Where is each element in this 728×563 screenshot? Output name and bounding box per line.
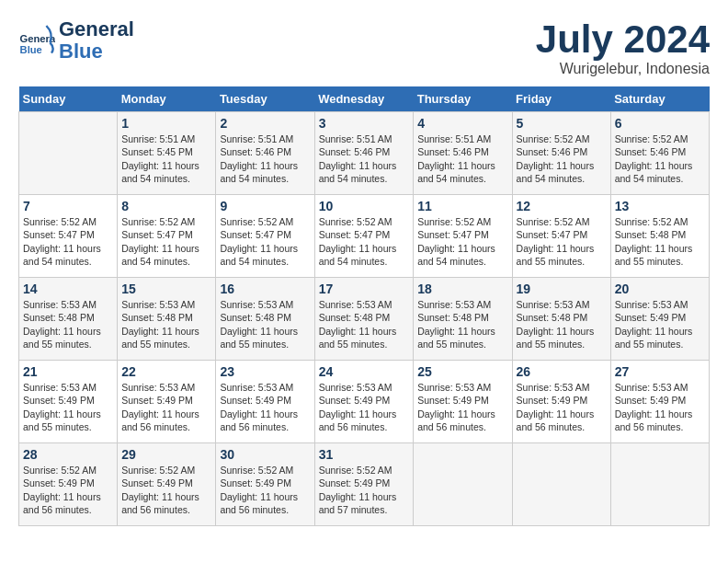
- calendar-cell: 19Sunrise: 5:53 AM Sunset: 5:48 PM Dayli…: [512, 278, 610, 361]
- calendar-cell: 31Sunrise: 5:52 AM Sunset: 5:49 PM Dayli…: [314, 443, 414, 526]
- month-title: July 2024: [536, 18, 710, 61]
- calendar-week-2: 7Sunrise: 5:52 AM Sunset: 5:47 PM Daylig…: [19, 195, 710, 278]
- weekday-header-thursday: Thursday: [414, 86, 512, 112]
- calendar-cell: 13Sunrise: 5:52 AM Sunset: 5:48 PM Dayli…: [610, 195, 709, 278]
- calendar-cell: 25Sunrise: 5:53 AM Sunset: 5:49 PM Dayli…: [414, 361, 512, 443]
- day-info: Sunrise: 5:53 AM Sunset: 5:49 PM Dayligh…: [121, 381, 211, 433]
- logo-text: General Blue: [59, 18, 134, 63]
- day-number: 21: [23, 364, 113, 379]
- day-info: Sunrise: 5:53 AM Sunset: 5:48 PM Dayligh…: [220, 298, 310, 350]
- day-info: Sunrise: 5:52 AM Sunset: 5:46 PM Dayligh…: [517, 132, 607, 185]
- day-number: 22: [121, 364, 211, 379]
- calendar-cell: 17Sunrise: 5:53 AM Sunset: 5:48 PM Dayli…: [314, 278, 414, 361]
- calendar-cell: 14Sunrise: 5:53 AM Sunset: 5:48 PM Dayli…: [19, 278, 118, 361]
- day-number: 19: [517, 282, 607, 296]
- day-number: 2: [220, 116, 310, 131]
- weekday-header-tuesday: Tuesday: [216, 86, 314, 112]
- day-number: 17: [319, 282, 410, 296]
- day-number: 7: [23, 199, 113, 213]
- day-number: 15: [121, 282, 211, 296]
- calendar-cell: 10Sunrise: 5:52 AM Sunset: 5:47 PM Dayli…: [314, 195, 414, 278]
- day-info: Sunrise: 5:53 AM Sunset: 5:49 PM Dayligh…: [615, 381, 705, 433]
- calendar-cell: 4Sunrise: 5:51 AM Sunset: 5:46 PM Daylig…: [414, 112, 512, 195]
- day-info: Sunrise: 5:53 AM Sunset: 5:49 PM Dayligh…: [319, 381, 410, 433]
- day-number: 10: [319, 199, 410, 213]
- day-number: 18: [417, 282, 507, 296]
- day-number: 14: [23, 282, 113, 296]
- calendar-cell: 21Sunrise: 5:53 AM Sunset: 5:49 PM Dayli…: [19, 361, 118, 443]
- calendar-cell: 3Sunrise: 5:51 AM Sunset: 5:46 PM Daylig…: [314, 112, 414, 195]
- day-info: Sunrise: 5:52 AM Sunset: 5:47 PM Dayligh…: [517, 215, 607, 268]
- calendar-table: SundayMondayTuesdayWednesdayThursdayFrid…: [18, 86, 710, 526]
- day-number: 24: [319, 364, 410, 379]
- logo-line1: General: [59, 18, 134, 40]
- day-info: Sunrise: 5:53 AM Sunset: 5:49 PM Dayligh…: [220, 381, 310, 433]
- day-info: Sunrise: 5:53 AM Sunset: 5:48 PM Dayligh…: [417, 298, 507, 350]
- location-title: Wurigelebur, Indonesia: [536, 61, 710, 77]
- weekday-header-monday: Monday: [118, 86, 216, 112]
- calendar-cell: 12Sunrise: 5:52 AM Sunset: 5:47 PM Dayli…: [512, 195, 610, 278]
- calendar-cell: 23Sunrise: 5:53 AM Sunset: 5:49 PM Dayli…: [216, 361, 314, 443]
- calendar-cell: 1Sunrise: 5:51 AM Sunset: 5:45 PM Daylig…: [118, 112, 216, 195]
- calendar-cell: [610, 443, 709, 526]
- day-info: Sunrise: 5:52 AM Sunset: 5:49 PM Dayligh…: [220, 464, 310, 516]
- day-number: 16: [220, 282, 310, 296]
- day-number: 31: [319, 447, 410, 462]
- day-info: Sunrise: 5:53 AM Sunset: 5:49 PM Dayligh…: [417, 381, 507, 433]
- calendar-cell: [512, 443, 610, 526]
- day-info: Sunrise: 5:53 AM Sunset: 5:48 PM Dayligh…: [23, 298, 113, 350]
- calendar-cell: 22Sunrise: 5:53 AM Sunset: 5:49 PM Dayli…: [118, 361, 216, 443]
- day-info: Sunrise: 5:53 AM Sunset: 5:49 PM Dayligh…: [615, 298, 705, 350]
- day-number: 5: [517, 116, 607, 131]
- day-number: 4: [417, 116, 507, 131]
- logo-icon: General Blue: [18, 22, 55, 59]
- calendar-cell: 30Sunrise: 5:52 AM Sunset: 5:49 PM Dayli…: [216, 443, 314, 526]
- calendar-cell: 26Sunrise: 5:53 AM Sunset: 5:49 PM Dayli…: [512, 361, 610, 443]
- day-info: Sunrise: 5:52 AM Sunset: 5:47 PM Dayligh…: [121, 215, 211, 268]
- calendar-cell: 9Sunrise: 5:52 AM Sunset: 5:47 PM Daylig…: [216, 195, 314, 278]
- calendar-cell: 5Sunrise: 5:52 AM Sunset: 5:46 PM Daylig…: [512, 112, 610, 195]
- calendar-cell: [414, 443, 512, 526]
- day-number: 6: [615, 116, 705, 131]
- day-number: 28: [23, 447, 113, 462]
- weekday-header-row: SundayMondayTuesdayWednesdayThursdayFrid…: [19, 86, 710, 112]
- day-number: 11: [417, 199, 507, 213]
- day-info: Sunrise: 5:52 AM Sunset: 5:48 PM Dayligh…: [615, 215, 705, 268]
- day-number: 27: [615, 364, 705, 379]
- calendar-week-4: 21Sunrise: 5:53 AM Sunset: 5:49 PM Dayli…: [19, 361, 710, 443]
- calendar-cell: 6Sunrise: 5:52 AM Sunset: 5:46 PM Daylig…: [610, 112, 709, 195]
- day-info: Sunrise: 5:52 AM Sunset: 5:47 PM Dayligh…: [417, 215, 507, 268]
- svg-text:Blue: Blue: [20, 45, 42, 56]
- calendar-week-3: 14Sunrise: 5:53 AM Sunset: 5:48 PM Dayli…: [19, 278, 710, 361]
- day-info: Sunrise: 5:53 AM Sunset: 5:49 PM Dayligh…: [23, 381, 113, 433]
- calendar-cell: 24Sunrise: 5:53 AM Sunset: 5:49 PM Dayli…: [314, 361, 414, 443]
- weekday-header-saturday: Saturday: [610, 86, 709, 112]
- day-info: Sunrise: 5:52 AM Sunset: 5:47 PM Dayligh…: [220, 215, 310, 268]
- header: General Blue General Blue July 2024 Wuri…: [18, 18, 710, 77]
- day-info: Sunrise: 5:52 AM Sunset: 5:49 PM Dayligh…: [23, 464, 113, 516]
- day-info: Sunrise: 5:52 AM Sunset: 5:49 PM Dayligh…: [319, 464, 410, 516]
- day-info: Sunrise: 5:52 AM Sunset: 5:46 PM Dayligh…: [615, 132, 705, 185]
- day-number: 26: [517, 364, 607, 379]
- weekday-header-wednesday: Wednesday: [314, 86, 414, 112]
- title-area: July 2024 Wurigelebur, Indonesia: [536, 18, 710, 77]
- day-info: Sunrise: 5:52 AM Sunset: 5:49 PM Dayligh…: [121, 464, 211, 516]
- calendar-cell: 29Sunrise: 5:52 AM Sunset: 5:49 PM Dayli…: [118, 443, 216, 526]
- day-info: Sunrise: 5:51 AM Sunset: 5:46 PM Dayligh…: [319, 132, 410, 185]
- day-number: 25: [417, 364, 507, 379]
- calendar-cell: 18Sunrise: 5:53 AM Sunset: 5:48 PM Dayli…: [414, 278, 512, 361]
- calendar-cell: 7Sunrise: 5:52 AM Sunset: 5:47 PM Daylig…: [19, 195, 118, 278]
- day-number: 8: [121, 199, 211, 213]
- calendar-cell: [19, 112, 118, 195]
- calendar-cell: 16Sunrise: 5:53 AM Sunset: 5:48 PM Dayli…: [216, 278, 314, 361]
- day-info: Sunrise: 5:51 AM Sunset: 5:46 PM Dayligh…: [220, 132, 310, 185]
- day-info: Sunrise: 5:53 AM Sunset: 5:48 PM Dayligh…: [517, 298, 607, 350]
- calendar-cell: 27Sunrise: 5:53 AM Sunset: 5:49 PM Dayli…: [610, 361, 709, 443]
- day-number: 1: [121, 116, 211, 131]
- day-number: 23: [220, 364, 310, 379]
- day-info: Sunrise: 5:53 AM Sunset: 5:48 PM Dayligh…: [121, 298, 211, 350]
- day-info: Sunrise: 5:51 AM Sunset: 5:45 PM Dayligh…: [121, 132, 211, 185]
- day-number: 3: [319, 116, 410, 131]
- day-number: 12: [517, 199, 607, 213]
- calendar-cell: 20Sunrise: 5:53 AM Sunset: 5:49 PM Dayli…: [610, 278, 709, 361]
